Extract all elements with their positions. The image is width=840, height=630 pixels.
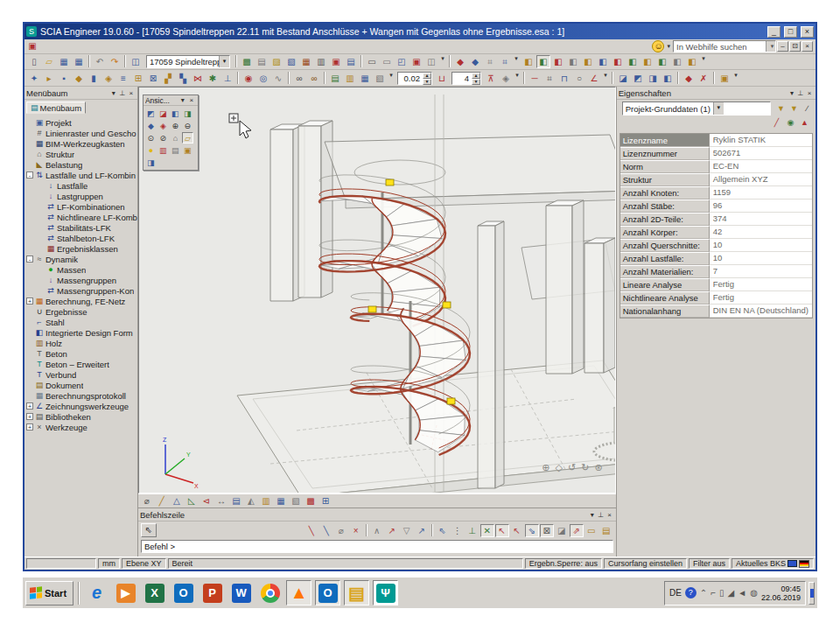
zoom-out-icon[interactable]: ⊖ (182, 120, 193, 131)
view-panel-icon[interactable]: ◧ (685, 55, 699, 68)
modify-icon[interactable]: ✗ (696, 72, 710, 85)
collapse-icon[interactable]: - (26, 256, 33, 262)
hatch-icon[interactable]: ▥ (259, 494, 273, 508)
device-icon[interactable]: ▯ (719, 588, 724, 598)
shade-icon[interactable]: ◭ (244, 494, 258, 508)
property-value[interactable]: 10 (710, 252, 812, 265)
snap-ext-icon[interactable]: ▭ (584, 524, 598, 537)
load-view-icon[interactable]: ▩ (304, 494, 318, 508)
search-dropdown-icon[interactable]: ▾ (766, 41, 775, 52)
titlebar[interactable]: S SCIA Engineer 19.0.60 - [17059 Spindel… (24, 24, 816, 39)
status-plane[interactable]: Ebene XY (122, 558, 166, 569)
expand-icon[interactable]: + (26, 424, 33, 430)
tree-item-ergebnisklassen[interactable]: ▦Ergebnisklassen (26, 243, 137, 254)
property-value[interactable]: 10 (710, 239, 812, 252)
snap-spinner[interactable]: 4 ▲▼ (452, 72, 481, 85)
view-x-icon[interactable]: ◩ (145, 108, 157, 119)
props-dropdown-icon[interactable]: ▾ (788, 89, 796, 97)
property-row-lizenzname[interactable]: LizenznameRyklin STATIK (620, 134, 812, 147)
plate-icon[interactable]: ◆ (72, 72, 86, 85)
grid-a-icon[interactable]: ⌗ (483, 55, 497, 68)
tree-item-werkzeuge[interactable]: +×Werkzeuge (26, 422, 137, 432)
tree-item-struktur[interactable]: ⌂Struktur (26, 149, 137, 159)
binocular-icon[interactable]: ∞ (292, 72, 306, 85)
tree-item-bibliotheken[interactable]: +▤Bibliotheken (26, 411, 137, 422)
property-value[interactable]: 96 (710, 200, 812, 213)
rect-icon[interactable]: ⊓ (557, 72, 571, 85)
view-z-icon[interactable]: ◧ (170, 108, 181, 119)
rotate-left-icon[interactable]: ↺ (568, 462, 576, 473)
gallery-icon[interactable]: ◰ (395, 55, 409, 68)
zoom-in-icon[interactable]: ⊕ (170, 120, 181, 131)
cross-icon[interactable]: ⋈ (191, 72, 205, 85)
cmd-dropdown-icon[interactable]: ▾ (588, 511, 597, 519)
panel-pin-icon[interactable]: ⊥ (118, 89, 127, 97)
flag-tray-icon[interactable]: ⌐ (710, 588, 716, 598)
copy-icon[interactable]: ◪ (616, 72, 630, 85)
snap-int-icon[interactable]: ⇘ (525, 524, 539, 537)
view-panel-icon[interactable]: ◧ (522, 55, 536, 68)
snap-perp-icon[interactable]: ⊠ (540, 524, 554, 537)
view-panel-icon[interactable]: ◧ (581, 55, 595, 68)
dot-snap-icon[interactable]: ⊼ (484, 72, 498, 85)
triad-icon[interactable]: △ (170, 494, 184, 508)
view-panel-icon[interactable]: ◧ (670, 55, 684, 68)
tree-item-verbund[interactable]: TVerbund (26, 369, 137, 380)
property-row-anzahl-2d-teile[interactable]: Anzahl 2D-Teile:374 (620, 213, 812, 226)
filter-icon[interactable]: ▼ (775, 103, 787, 115)
steel-icon[interactable]: ▦ (299, 55, 313, 68)
mdi-restore-button[interactable]: ⊡ (789, 41, 801, 52)
property-row-anzahl-querschnitte[interactable]: Anzahl Querschnitte:10 (620, 239, 812, 252)
calc-icon[interactable]: ▤ (255, 55, 269, 68)
line-icon[interactable]: ─ (528, 72, 542, 85)
b-setting-icon[interactable]: ▣ (182, 144, 193, 156)
ansicht-dropdown-icon[interactable]: ▾ (178, 96, 187, 104)
clean-icon[interactable]: ◆ (453, 55, 467, 68)
view-panel-icon[interactable]: ◧ (640, 55, 654, 68)
language-indicator[interactable]: DE (669, 588, 682, 598)
polyline-icon[interactable]: ⌗ (542, 72, 556, 85)
start-button[interactable]: Start (25, 581, 74, 606)
snap-grid-icon[interactable]: ⋮ (451, 524, 465, 537)
folder-icon[interactable]: ▤ (344, 580, 369, 606)
view-panel-icon[interactable]: ◧ (566, 55, 580, 68)
scale-spinner[interactable]: 0.02 ▲▼ (397, 72, 432, 85)
layer3-icon[interactable]: ▦ (358, 72, 372, 85)
layout-icon[interactable]: ◫ (424, 55, 438, 68)
beam-icon[interactable]: ▸ (42, 72, 56, 85)
snap-table-icon[interactable]: ▤ (599, 524, 613, 537)
snap-delete-icon[interactable]: × (349, 524, 363, 537)
status-result-lock[interactable]: Ergebn.Sperre: aus (525, 558, 602, 569)
layer-icon[interactable]: ▤ (328, 72, 342, 85)
collapse-icon[interactable]: - (26, 172, 33, 178)
snap-tan-icon[interactable]: ◪ (555, 524, 569, 537)
preview-icon[interactable]: ▭ (380, 55, 394, 68)
toolbar-overflow-icon[interactable]: ▾ (514, 72, 521, 85)
tree-item-massengruppen[interactable]: ↓Massengruppen (26, 275, 137, 285)
word-icon[interactable]: W (228, 580, 254, 606)
rotate-down-icon[interactable]: ↻ (581, 462, 589, 473)
arbitrary-icon[interactable]: ▚ (176, 72, 190, 85)
tree-item-stahl[interactable]: ⌐Stahl (26, 317, 137, 327)
mesh-icon[interactable]: ▨ (270, 55, 284, 68)
mdi-close-button[interactable]: × (802, 41, 813, 52)
powerpoint-icon[interactable]: P (200, 580, 225, 606)
snap-mid-icon[interactable]: ✕ (480, 524, 494, 537)
doc-icon[interactable]: ▣ (329, 55, 343, 68)
joint-icon[interactable]: ✱ (206, 72, 220, 85)
pan-view-icon[interactable]: ◈ (158, 120, 169, 131)
viewport-3d[interactable]: ZXY Ansic... ▾ × ◩◪◧◨◆◈⊕⊖⊙⊘⌂▱●▥▤▣◨ ⊕◇↺↻⊛ (138, 87, 616, 494)
tree-item-integrierte-design-form[interactable]: ◧Integrierte Design Form (26, 327, 137, 338)
props-selector-combobox[interactable]: Projekt-Grunddaten (1) ▾ (622, 102, 771, 116)
check-icon[interactable]: ◆ (468, 55, 482, 68)
smiley-dropdown-icon[interactable]: ▾ (665, 43, 672, 50)
snap-near-icon[interactable]: ⇗ (570, 524, 584, 537)
snap-tri-icon[interactable]: ▽ (400, 524, 414, 537)
snap-node-icon[interactable]: ↖ (510, 524, 524, 537)
property-row-nichtlineare-analyse[interactable]: Nichtlineare AnalyseFertig (620, 291, 812, 304)
snap-end-icon[interactable]: ↖ (495, 524, 509, 537)
mdi-minimize-button[interactable]: – (777, 41, 788, 52)
zoom-cube-icon[interactable]: ⊕ (542, 462, 550, 473)
view-panel-icon[interactable]: ◧ (655, 55, 669, 68)
new-icon[interactable]: ▯ (27, 55, 41, 68)
